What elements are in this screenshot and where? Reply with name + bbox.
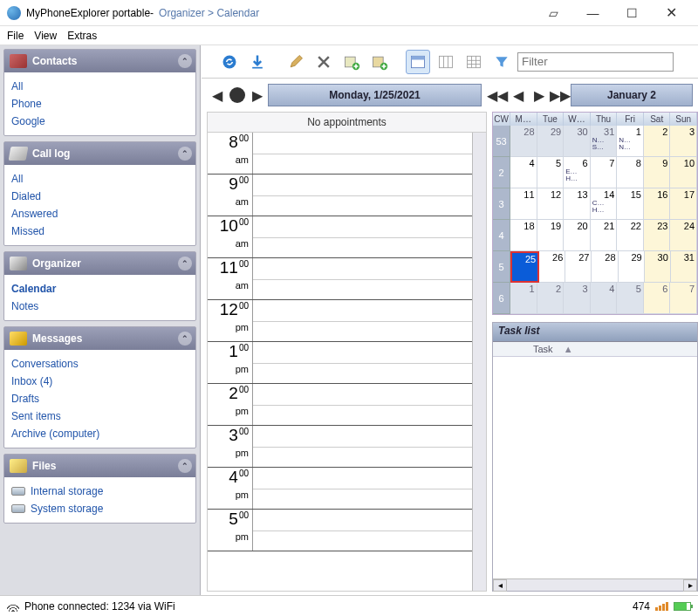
hour-row[interactable]: 800 am	[208, 133, 472, 175]
month-cell[interactable]: 7	[591, 157, 618, 188]
sidebar-item[interactable]: Notes	[11, 298, 188, 315]
month-cell[interactable]: 3	[564, 283, 591, 314]
hour-row[interactable]: 900 am	[208, 175, 472, 216]
hour-body[interactable]	[253, 216, 472, 257]
hour-body[interactable]	[253, 258, 472, 299]
month-cell[interactable]: 26	[539, 251, 565, 283]
menu-extras[interactable]: Extras	[67, 30, 97, 42]
hour-body[interactable]	[253, 342, 472, 383]
sidebar-item[interactable]: Calendar	[11, 280, 188, 298]
maximize-button[interactable]: ☐	[612, 1, 652, 25]
month-cell[interactable]: 17	[670, 188, 697, 220]
next-year-button[interactable]: ▶▶	[550, 85, 571, 106]
hour-body[interactable]	[253, 510, 472, 551]
month-view-button[interactable]	[462, 50, 486, 74]
download-button[interactable]	[245, 50, 270, 74]
scroll-right-button[interactable]: ▸	[683, 579, 697, 592]
panel-header[interactable]: Call log ⌃	[4, 142, 195, 165]
month-cell[interactable]: 23	[644, 220, 671, 251]
month-cell[interactable]: 5	[537, 157, 565, 188]
filter-input[interactable]	[517, 52, 674, 72]
task-list-columns[interactable]: Task ▲	[493, 342, 697, 357]
month-cell[interactable]: 14C…H…	[591, 188, 618, 220]
month-cell[interactable]: 29	[619, 251, 645, 283]
day-label[interactable]: Monday, 1/25/2021	[268, 84, 482, 106]
next-month-button[interactable]: ▶	[529, 85, 550, 106]
month-cell[interactable]: 29	[537, 126, 565, 157]
sidebar-item[interactable]: Phone	[11, 95, 188, 113]
month-label[interactable]: January 2	[571, 84, 693, 106]
month-cell[interactable]: 5	[617, 283, 644, 314]
month-cell[interactable]: 1N…N…	[617, 126, 644, 157]
filter-button[interactable]	[489, 50, 514, 74]
hour-row[interactable]: 400 pm	[208, 468, 472, 510]
panel-header[interactable]: Contacts ⌃	[4, 50, 195, 72]
sidebar-item[interactable]: Google	[11, 113, 188, 130]
hour-row[interactable]: 500 pm	[208, 510, 472, 551]
hour-row[interactable]: 100 pm	[208, 342, 472, 384]
sidebar-item[interactable]: Missed	[11, 222, 188, 240]
delete-button[interactable]	[311, 50, 336, 74]
hour-body[interactable]	[253, 384, 472, 425]
menu-view[interactable]: View	[34, 30, 57, 42]
sidebar-item[interactable]: Dialed	[11, 188, 188, 205]
new-task-button[interactable]	[367, 50, 392, 74]
today-button[interactable]	[229, 87, 245, 103]
month-cell[interactable]: 28	[510, 126, 537, 157]
hour-body[interactable]	[253, 175, 472, 216]
sidebar-item[interactable]: Archive (computer)	[11, 425, 188, 442]
month-cell[interactable]: 10	[670, 157, 697, 188]
hour-row[interactable]: 1000 am	[208, 216, 472, 258]
task-list-body[interactable]	[493, 357, 697, 578]
month-cell[interactable]: 31	[671, 251, 697, 283]
month-cell[interactable]: 27	[565, 251, 592, 283]
week-view-button[interactable]	[434, 50, 458, 74]
month-cell[interactable]: 1	[510, 283, 537, 314]
collapse-icon[interactable]: ⌃	[178, 54, 192, 68]
month-cell[interactable]: 3	[670, 126, 697, 157]
month-cell[interactable]: 2	[537, 283, 565, 314]
task-hscrollbar[interactable]: ◂ ▸	[493, 578, 697, 591]
month-cell[interactable]: 20	[564, 220, 591, 251]
month-cell[interactable]: 15	[617, 188, 644, 220]
next-day-button[interactable]: ▶	[247, 85, 268, 106]
month-cell[interactable]: 7	[670, 283, 697, 314]
sidebar-item[interactable]: Internal storage	[11, 483, 188, 500]
panel-header[interactable]: Files ⌃	[4, 455, 195, 477]
day-view-button[interactable]	[406, 50, 430, 74]
day-scrollbar[interactable]	[472, 133, 486, 591]
month-cell[interactable]: 31N…S…	[591, 126, 618, 157]
month-cell[interactable]: 2	[644, 126, 671, 157]
month-cell[interactable]: 12	[537, 188, 565, 220]
month-cell[interactable]: 9	[644, 157, 671, 188]
month-cell[interactable]: 4	[510, 157, 537, 188]
month-cell[interactable]: 13	[564, 188, 591, 220]
month-cell[interactable]: 28	[592, 251, 618, 283]
scroll-left-button[interactable]: ◂	[493, 579, 507, 592]
month-cell[interactable]: 8	[617, 157, 644, 188]
prev-year-button[interactable]: ◀◀	[487, 85, 508, 106]
hour-body[interactable]	[253, 468, 472, 509]
month-grid[interactable]: CWM…TueW…ThuFriSatSun5328293031N…S…1N…N……	[492, 112, 698, 315]
new-event-button[interactable]	[339, 50, 364, 74]
collapse-icon[interactable]: ⌃	[178, 147, 192, 161]
sidebar-item[interactable]: Sent items	[11, 407, 188, 425]
tablet-mode-button[interactable]: ▱	[534, 1, 573, 25]
hour-grid[interactable]: 800 am 900 am 1000 am 1100 am 1200 pm 10…	[208, 133, 472, 591]
edit-button[interactable]	[284, 50, 308, 74]
month-cell[interactable]: 21	[591, 220, 618, 251]
minimize-button[interactable]: —	[573, 1, 612, 25]
month-cell[interactable]: 30	[645, 251, 671, 283]
sidebar-item[interactable]: All	[11, 78, 188, 95]
sidebar-item[interactable]: Drafts	[11, 390, 188, 407]
sidebar-item[interactable]: Inbox (4)	[11, 373, 188, 390]
month-cell[interactable]: 19	[537, 220, 565, 251]
sync-button[interactable]	[217, 50, 242, 74]
hour-row[interactable]: 1200 pm	[208, 300, 472, 342]
month-cell[interactable]: 25	[510, 251, 539, 283]
close-button[interactable]: ✕	[652, 1, 691, 25]
month-cell[interactable]: 30	[564, 126, 591, 157]
sort-asc-icon[interactable]: ▲	[558, 342, 578, 356]
sidebar-item[interactable]: System storage	[11, 500, 188, 517]
month-cell[interactable]: 6	[644, 283, 671, 314]
